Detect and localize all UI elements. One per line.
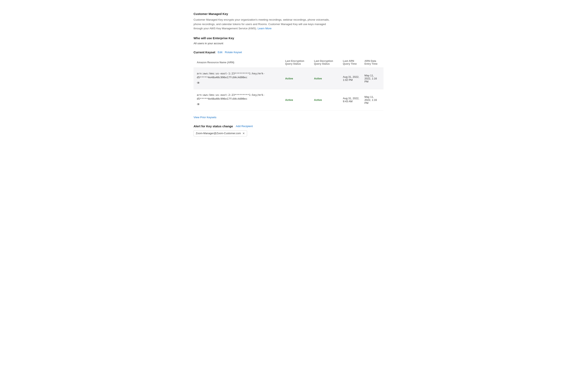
current-keyset-label: Current Keyset: [194, 50, 215, 54]
col-arn-query-time: Last ARN Query Time: [340, 58, 362, 68]
section-description: Customer Managed Key encrypts your organ…: [194, 18, 335, 31]
col-encryption: Last Encryption Query Status: [283, 58, 312, 68]
rotate-keyset-button[interactable]: Rotate Keyset: [225, 51, 242, 54]
col-data-entry-time: ARN Data Entry Time: [362, 58, 383, 68]
remove-recipient-button[interactable]: ✕: [242, 132, 245, 135]
col-decryption: Last Decryption Query Status: [312, 58, 340, 68]
section-title: Customer Managed Key: [194, 12, 383, 16]
col-arn: Amazon Resource Name (ARN): [194, 58, 283, 68]
decryption-status: Active: [312, 68, 340, 89]
alert-section-header: Alert for Key status change Add Recipien…: [194, 124, 383, 128]
table-row: arn:aws:kms:us-east-2:23*********1:key/m…: [194, 89, 383, 110]
data-entry-time: May 11, 2022, 1:16 PM: [362, 89, 383, 110]
page-container: Customer Managed Key Customer Managed Ke…: [177, 0, 400, 148]
table-row: arn:aws:kms:us-east-1:23*********1:key/m…: [194, 68, 383, 89]
keyset-table: Amazon Resource Name (ARN) Last Encrypti…: [194, 58, 383, 111]
arn-query-time: Aug 31, 2022, 9:43 AM: [340, 89, 362, 110]
arn-cell: arn:aws:kms:us-east-2:23*********1:key/m…: [194, 89, 283, 110]
edit-button[interactable]: Edit: [218, 51, 222, 54]
add-recipient-button[interactable]: Add Recipient: [236, 125, 253, 128]
view-prior-keysets-link[interactable]: View Prior Keysets: [194, 116, 216, 119]
learn-more-link[interactable]: Learn More: [258, 27, 272, 30]
eye-icon[interactable]: 👁: [197, 81, 200, 85]
arn-cell: arn:aws:kms:us-east-1:23*********1:key/m…: [194, 68, 283, 89]
decryption-status: Active: [312, 89, 340, 110]
recipient-email: Zoom-Manager@Zoom-Customer.com: [196, 132, 241, 135]
keyset-header: Current Keyset Edit Rotate Keyset: [194, 50, 383, 54]
table-header-row: Amazon Resource Name (ARN) Last Encrypti…: [194, 58, 383, 68]
alert-title: Alert for Key status change: [194, 124, 233, 128]
who-value: All users in your account: [194, 42, 383, 45]
data-entry-time: May 11, 2022, 1:16 PM: [362, 68, 383, 89]
who-title: Who will use Enterprise Key: [194, 36, 383, 40]
encryption-status: Active: [283, 89, 312, 110]
recipient-tag: Zoom-Manager@Zoom-Customer.com ✕: [194, 130, 247, 136]
eye-icon[interactable]: 👁: [197, 102, 200, 107]
who-section: Who will use Enterprise Key All users in…: [194, 36, 383, 45]
arn-query-time: Aug 31, 2022, 1:02 PM: [340, 68, 362, 89]
encryption-status: Active: [283, 68, 312, 89]
